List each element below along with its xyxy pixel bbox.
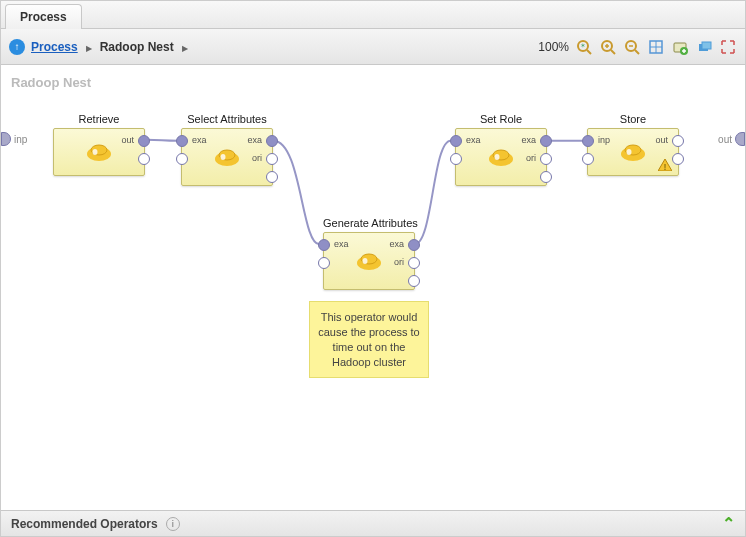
port-label: inp <box>14 134 27 145</box>
input-port[interactable] <box>176 153 188 165</box>
fullscreen-icon[interactable] <box>719 38 737 56</box>
output-port[interactable] <box>408 239 420 251</box>
warning-icon: ! <box>658 159 672 171</box>
operator-retrieve[interactable]: Retrieve out <box>53 113 145 176</box>
svg-point-33 <box>627 149 632 155</box>
output-port[interactable] <box>672 153 684 165</box>
output-port[interactable] <box>408 275 420 287</box>
output-port[interactable] <box>540 135 552 147</box>
operator-store[interactable]: Store ! inp out <box>587 113 679 176</box>
svg-point-21 <box>93 149 98 155</box>
annotation-note[interactable]: This operator would cause the process to… <box>309 301 429 378</box>
svg-line-8 <box>635 50 639 54</box>
port-label: exa <box>389 239 404 249</box>
port-label: exa <box>521 135 536 145</box>
svg-text:!: ! <box>664 162 667 171</box>
output-port[interactable] <box>138 135 150 147</box>
input-port[interactable] <box>318 257 330 269</box>
layers-icon[interactable] <box>695 38 713 56</box>
hadoop-icon <box>355 250 383 272</box>
port-label: ori <box>394 257 404 267</box>
add-icon[interactable] <box>671 38 689 56</box>
port-label: exa <box>466 135 481 145</box>
chevron-up-icon[interactable]: ⌃ <box>722 514 735 533</box>
output-port[interactable] <box>672 135 684 147</box>
input-port[interactable] <box>582 135 594 147</box>
toolbar: 100% ✶ <box>538 38 737 56</box>
zoom-in-icon[interactable] <box>599 38 617 56</box>
auto-arrange-icon[interactable] <box>647 38 665 56</box>
info-icon[interactable]: i <box>166 517 180 531</box>
port-label: exa <box>334 239 349 249</box>
svg-point-24 <box>221 154 226 160</box>
output-port[interactable] <box>540 153 552 165</box>
port-label: out <box>718 134 732 145</box>
input-port[interactable] <box>582 153 594 165</box>
operator-generate-attributes[interactable]: Generate Attributes exa exa ori <box>323 217 415 290</box>
output-port[interactable] <box>266 135 278 147</box>
port-label: out <box>121 135 134 145</box>
input-port[interactable] <box>450 153 462 165</box>
port-label: ori <box>526 153 536 163</box>
header-tabs: Process <box>1 1 745 29</box>
tab-process[interactable]: Process <box>5 4 82 29</box>
process-input-port[interactable]: inp <box>1 132 27 146</box>
input-port[interactable] <box>318 239 330 251</box>
hadoop-icon <box>619 141 647 163</box>
zoom-label: 100% <box>538 40 569 54</box>
operator-title: Set Role <box>455 113 547 125</box>
svg-line-1 <box>587 50 591 54</box>
breadcrumb-root[interactable]: Process <box>31 40 78 54</box>
hadoop-icon <box>85 141 113 163</box>
chevron-right-icon <box>84 40 94 54</box>
output-port[interactable] <box>266 171 278 183</box>
process-output-port[interactable]: out <box>718 132 745 146</box>
port-label: out <box>655 135 668 145</box>
canvas-title: Radoop Nest <box>11 75 91 90</box>
recommended-operators-bar[interactable]: Recommended Operators i ⌃ <box>1 510 745 536</box>
breadcrumb-crumb[interactable]: Radoop Nest <box>100 40 174 54</box>
breadcrumb: ↑ Process Radoop Nest <box>9 39 190 55</box>
hadoop-icon <box>213 146 241 168</box>
port-label: exa <box>192 135 207 145</box>
operator-title: Retrieve <box>53 113 145 125</box>
zoom-reset-icon[interactable]: ✶ <box>575 38 593 56</box>
output-port[interactable] <box>138 153 150 165</box>
operator-title: Generate Attributes <box>323 217 415 229</box>
operator-title: Store <box>587 113 679 125</box>
recommended-operators-label: Recommended Operators <box>11 517 158 531</box>
svg-point-30 <box>495 154 500 160</box>
chevron-right-icon <box>180 40 190 54</box>
up-arrow-icon[interactable]: ↑ <box>9 39 25 55</box>
output-port[interactable] <box>266 153 278 165</box>
svg-point-27 <box>363 258 368 264</box>
process-canvas[interactable]: Radoop Nest inp out Retrieve out Select … <box>1 65 745 510</box>
input-port[interactable] <box>450 135 462 147</box>
port-label: ori <box>252 153 262 163</box>
hadoop-icon <box>487 146 515 168</box>
svg-text:✶: ✶ <box>580 42 586 49</box>
output-port[interactable] <box>408 257 420 269</box>
input-port[interactable] <box>176 135 188 147</box>
operator-set-role[interactable]: Set Role exa exa ori <box>455 113 547 186</box>
port-label: exa <box>247 135 262 145</box>
breadcrumb-bar: ↑ Process Radoop Nest 100% ✶ <box>1 29 745 65</box>
svg-line-4 <box>611 50 615 54</box>
operator-title: Select Attributes <box>181 113 273 125</box>
output-port[interactable] <box>540 171 552 183</box>
port-label: inp <box>598 135 610 145</box>
operator-select-attributes[interactable]: Select Attributes exa exa ori <box>181 113 273 186</box>
zoom-out-icon[interactable] <box>623 38 641 56</box>
svg-rect-18 <box>702 42 711 49</box>
